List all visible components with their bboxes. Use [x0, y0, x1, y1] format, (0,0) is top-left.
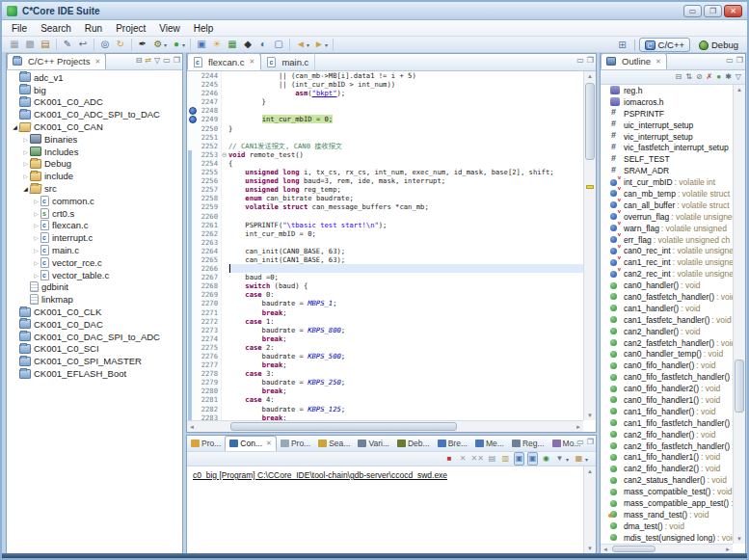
code-text[interactable]: baudrate = KBPS_800;	[228, 326, 583, 334]
code-line[interactable]: 2282 baudrate = KBPS_125;	[187, 405, 583, 413]
line-number[interactable]: 2281	[198, 395, 221, 404]
maximize-view-icon[interactable]: ❐	[587, 438, 594, 447]
gutter-annotation-column[interactable]	[187, 273, 198, 281]
scroll-down-icon[interactable]: ▼	[584, 544, 596, 553]
line-number[interactable]: 2263	[198, 238, 221, 247]
code-text[interactable]: baud =0;	[228, 273, 583, 281]
line-number[interactable]: 2264	[198, 247, 221, 255]
scroll-right-icon[interactable]: ►	[574, 421, 583, 433]
code-line[interactable]: 2274 break;	[187, 334, 583, 343]
tree-item[interactable]: ▷vector_table.c	[7, 269, 182, 281]
open-console-icon[interactable]: ▦	[574, 453, 584, 465]
outline-item[interactable]: can0_handler() : void	[601, 280, 733, 291]
outline-horizontal-scrollbar[interactable]: ◄ ►	[601, 544, 733, 553]
gutter-annotation-column[interactable]	[187, 308, 198, 317]
bottom-tab-search[interactable]: Sea...	[314, 436, 354, 451]
outline-item[interactable]: SELF_TEST	[601, 153, 733, 165]
code-text[interactable]	[228, 133, 583, 142]
bottom-tab-memory[interactable]: Me...	[471, 436, 508, 451]
code-text[interactable]: break;	[228, 334, 583, 343]
tree-item[interactable]: ▷main.c	[7, 244, 182, 256]
gutter-annotation-column[interactable]	[187, 159, 198, 168]
outline-item[interactable]: uic_interrupt_setup	[601, 120, 733, 131]
filters-icon[interactable]: ✱	[725, 71, 732, 83]
line-number[interactable]: 2248	[198, 106, 221, 115]
code-text[interactable]	[228, 264, 583, 273]
outline-item[interactable]: iomacros.h	[601, 96, 733, 108]
gutter-annotation-column[interactable]	[187, 202, 198, 211]
collapsed-arrow-icon[interactable]: ▷	[21, 136, 30, 143]
tree-item[interactable]: ▷vector_rce.c	[7, 256, 182, 269]
code-text[interactable]: || (can_mb->MB[i].data1 != i + 5)	[228, 71, 583, 80]
memory-view-icon[interactable]: ▣	[194, 38, 209, 51]
refresh-icon[interactable]: ↻	[113, 38, 128, 51]
scroll-left-icon[interactable]: ◄	[187, 421, 197, 433]
tree-item[interactable]: CK001_C0_DAC	[7, 318, 182, 331]
code-line[interactable]: 2263	[187, 238, 583, 247]
bottom-tab-debug[interactable]: Deb...	[393, 436, 434, 451]
line-number[interactable]: 2278	[198, 369, 221, 378]
code-line[interactable]: 2251	[187, 133, 583, 142]
code-line[interactable]: 2259 volatile struct can_message_buffers…	[187, 202, 583, 211]
gutter-annotation-column[interactable]	[187, 176, 198, 185]
bottom-tab-registers[interactable]: Reg...	[508, 436, 548, 451]
close-button[interactable]: ✕	[724, 5, 742, 17]
line-number[interactable]: 2260	[198, 212, 221, 221]
code-tool-icon[interactable]: ✒	[135, 38, 150, 51]
code-line[interactable]: 2269 case 0:	[187, 290, 583, 299]
console-output[interactable]: c0_big [Program] C:\CCore_IDE\tool-chain…	[187, 467, 583, 553]
line-number[interactable]: 2269	[198, 290, 221, 299]
clock-icon[interactable]: ◐	[255, 38, 271, 51]
outline-item[interactable]: can2_fastfetch_handler() : void	[601, 337, 733, 349]
line-number[interactable]: 2282	[198, 405, 221, 413]
code-line[interactable]: 2246 asm("bkpt");	[187, 89, 583, 97]
code-text[interactable]: baudrate = KBPS_125;	[228, 405, 583, 413]
line-number[interactable]: 2265	[198, 255, 221, 264]
annotate-icon[interactable]: ✎	[60, 38, 75, 51]
menu-run[interactable]: Run	[78, 22, 109, 35]
close-tab-icon[interactable]: ✕	[266, 440, 272, 447]
outline-item[interactable]: vic_interrupt_setup	[601, 131, 733, 143]
sort-icon[interactable]: ⇅	[685, 71, 692, 83]
hide-static-icon[interactable]: ✗	[707, 71, 713, 83]
gutter-annotation-column[interactable]	[187, 142, 198, 150]
tree-item[interactable]: adc_v1	[7, 71, 182, 84]
code-text[interactable]: switch (baud) {	[228, 281, 583, 290]
search-icon[interactable]: ◎	[97, 38, 113, 51]
code-line[interactable]: 2244 || (can_mb->MB[i].data1 != i + 5)	[187, 71, 583, 80]
tree-item[interactable]: CK001_C0_CLK	[7, 306, 182, 318]
fold-collapse-icon[interactable]: ⊖	[221, 150, 228, 159]
code-text[interactable]: baudrate = MBPS_1;	[228, 299, 583, 307]
line-number[interactable]: 2274	[198, 334, 221, 343]
tree-item[interactable]: CK001_C0_SCI	[7, 343, 182, 356]
close-icon[interactable]: ✕	[94, 58, 100, 66]
outline-item[interactable]: can2_fifo_handler2() : void	[601, 463, 733, 474]
editor-vertical-scrollbar[interactable]: ▲ ▼	[583, 71, 596, 420]
scroll-down-icon[interactable]: ▼	[734, 534, 745, 544]
code-line[interactable]: 2252// CAN1发送报文, CAN0 接收报文	[187, 142, 583, 150]
forward-dropdown-icon[interactable]: ▾	[325, 41, 328, 48]
line-number[interactable]: 2256	[198, 176, 221, 185]
tree-item[interactable]: CK001_C0_DAC_SPI_to_ADC	[7, 331, 182, 343]
code-line[interactable]: 2270 baudrate = MBPS_1;	[187, 299, 583, 307]
code-line[interactable]: 2258 enum can_bitrate baudrate;	[187, 194, 583, 202]
code-line[interactable]: 2247 }	[187, 97, 583, 106]
line-number[interactable]: 2246	[198, 89, 221, 97]
gutter-annotation-column[interactable]	[187, 115, 198, 123]
code-text[interactable]: enum can_bitrate baudrate;	[228, 194, 583, 202]
line-number[interactable]: 2262	[198, 229, 221, 238]
gutter-annotation-column[interactable]	[187, 334, 198, 343]
expanded-arrow-icon[interactable]: ◢	[21, 185, 30, 192]
scroll-down-icon[interactable]: ▼	[584, 411, 596, 420]
gutter-annotation-column[interactable]	[187, 255, 198, 264]
code-text[interactable]: case 3:	[228, 369, 583, 378]
outline-item[interactable]: can0_fifo_handler() : void	[601, 360, 733, 371]
outline-item[interactable]: can2_handler() : void	[601, 326, 733, 337]
line-number[interactable]: 2252	[198, 142, 221, 150]
display-console-icon[interactable]: ▼	[554, 453, 565, 465]
code-text[interactable]: break;	[228, 360, 583, 369]
code-line[interactable]: 2283 break;	[187, 413, 583, 420]
menu-help[interactable]: Help	[187, 22, 221, 35]
collapse-all-icon[interactable]: ⊟	[136, 56, 143, 66]
code-text[interactable]: case 1:	[228, 317, 583, 326]
